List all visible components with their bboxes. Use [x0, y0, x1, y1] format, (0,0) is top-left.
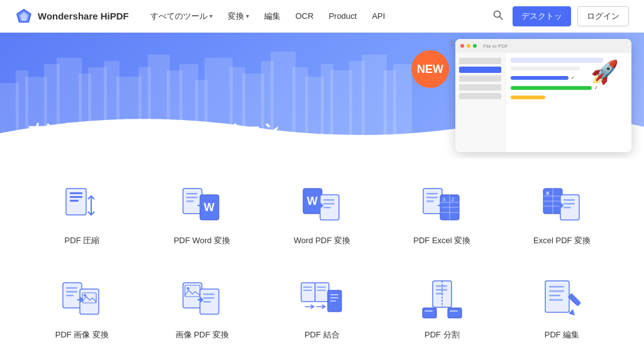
svg-rect-101 [330, 297, 338, 298]
window-close-dot [460, 44, 464, 48]
pdf-merge-icon [300, 278, 344, 322]
navbar-actions: デスクトッ ログイン [490, 6, 629, 26]
svg-rect-76 [66, 287, 77, 289]
tool-pdf-merge[interactable]: PDF 結合 [265, 271, 379, 347]
logo-icon [15, 8, 33, 25]
progress-text-2: ✓ [594, 85, 598, 90]
svg-rect-116 [549, 299, 563, 301]
nav-ocr[interactable]: OCR [289, 8, 320, 25]
svg-line-4 [500, 16, 503, 19]
svg-rect-87 [203, 293, 214, 295]
svg-rect-105 [436, 289, 447, 291]
svg-rect-48 [323, 199, 335, 201]
tool-excel-pdf[interactable]: X Excel PDF 変換 [505, 177, 619, 253]
app-preview-body: 🚀 ✓ ✓ [455, 53, 631, 152]
svg-rect-83 [183, 283, 202, 308]
nav-api[interactable]: API [365, 8, 391, 25]
svg-point-81 [84, 294, 86, 297]
svg-rect-108 [423, 308, 436, 318]
sidebar-row-active [459, 67, 501, 73]
tool-label: Excel PDF 変換 [533, 235, 591, 246]
svg-rect-96 [317, 290, 326, 291]
window-minimize-dot [467, 44, 470, 48]
word-pdf-icon: W [300, 183, 344, 227]
svg-rect-100 [330, 294, 338, 295]
svg-rect-78 [66, 295, 74, 297]
login-button[interactable]: ログイン [577, 6, 629, 26]
search-button[interactable] [490, 7, 506, 26]
svg-rect-73 [564, 207, 571, 209]
svg-text:X: X [443, 197, 446, 202]
desktop-button[interactable]: デスクトッ [513, 6, 571, 26]
main-content: PDF 圧縮 W PDF Word 変換 [0, 158, 644, 350]
svg-rect-95 [317, 287, 326, 288]
svg-rect-112 [545, 281, 569, 312]
svg-rect-71 [564, 199, 575, 201]
logo-text: Wondershare HiPDF [38, 11, 129, 21]
svg-rect-117 [568, 293, 581, 306]
tool-label: PDF 結合 [304, 329, 340, 341]
tool-word-pdf[interactable]: W Word PDF 変換 [265, 177, 379, 253]
sidebar-row [459, 75, 501, 82]
nav-product[interactable]: Product [323, 8, 364, 25]
excel-pdf-icon: X [540, 183, 584, 227]
tools-grid-row1: PDF 圧縮 W PDF Word 変換 [25, 177, 619, 253]
app-preview-header: File to PDF [455, 39, 631, 53]
progress-bar-yellow [511, 96, 545, 99]
navbar: Wondershare HiPDF すべてのツール ▾ 変換 ▾ 編集 OCR … [0, 0, 644, 33]
sidebar-row [459, 84, 501, 90]
tool-pdf-edit[interactable]: PDF 編集 [505, 271, 619, 347]
svg-rect-104 [436, 285, 447, 287]
nav-all-tools[interactable]: すべてのツール ▾ [144, 7, 219, 26]
progress-area-3 [511, 96, 626, 99]
nav-convert[interactable]: 変換 ▾ [221, 7, 255, 26]
svg-text:W: W [307, 195, 318, 207]
tool-label: 画像 PDF 変換 [175, 329, 229, 341]
svg-rect-77 [66, 291, 77, 293]
tool-pdf-image[interactable]: PDF 画像 変換 [25, 271, 139, 347]
tool-label: PDF 編集 [545, 329, 580, 341]
svg-rect-94 [315, 283, 329, 302]
progress-area-2: ✓ [511, 85, 626, 90]
tool-label: PDF 画像 変換 [55, 329, 109, 341]
content-bar [511, 67, 580, 70]
app-main-area: 🚀 ✓ ✓ [506, 53, 631, 152]
new-badge: NEW [411, 50, 449, 88]
logo[interactable]: Wondershare HiPDF [15, 8, 129, 25]
nav-edit[interactable]: 編集 [258, 7, 287, 26]
svg-text:X: X [546, 190, 550, 196]
svg-rect-88 [203, 297, 214, 299]
svg-rect-36 [70, 200, 79, 202]
tool-pdf-excel[interactable]: X 2 PDF Excel 変換 [385, 177, 499, 253]
content-bar [511, 58, 603, 63]
svg-rect-89 [203, 301, 211, 303]
svg-rect-54 [426, 197, 438, 199]
svg-rect-113 [549, 286, 564, 288]
svg-rect-53 [426, 193, 438, 195]
hero-banner: 之版 NEW オンラインのPDFソリューション File to PDF 🚀 [0, 33, 644, 158]
tool-label: PDF Excel 変換 [413, 235, 470, 246]
pdf-excel-icon: X 2 [420, 183, 464, 227]
svg-rect-49 [323, 203, 335, 205]
window-maximize-dot [473, 44, 477, 48]
progress-text: ✓ [571, 75, 575, 80]
sidebar-row [459, 58, 501, 64]
svg-rect-114 [549, 290, 564, 292]
svg-rect-111 [450, 310, 458, 312]
progress-bar [511, 76, 569, 80]
tool-pdf-word[interactable]: W PDF Word 変換 [145, 177, 259, 253]
hero-title: オンラインのPDFソリューション [25, 119, 278, 141]
rocket-icon: 🚀 [591, 59, 619, 85]
tool-image-pdf[interactable]: 画像 PDF 変換 [145, 271, 259, 347]
svg-text:W: W [204, 201, 214, 214]
svg-rect-115 [549, 295, 560, 297]
pdf-compress-icon [60, 183, 104, 227]
svg-rect-50 [323, 207, 331, 209]
progress-bar-green [511, 86, 592, 90]
tool-pdf-compress[interactable]: PDF 圧縮 [25, 177, 139, 253]
svg-rect-34 [70, 192, 82, 194]
svg-rect-91 [301, 283, 315, 302]
pdf-image-icon [60, 278, 104, 322]
tool-pdf-split[interactable]: PDF 分割 [385, 271, 499, 347]
pdf-split-icon [420, 278, 464, 322]
